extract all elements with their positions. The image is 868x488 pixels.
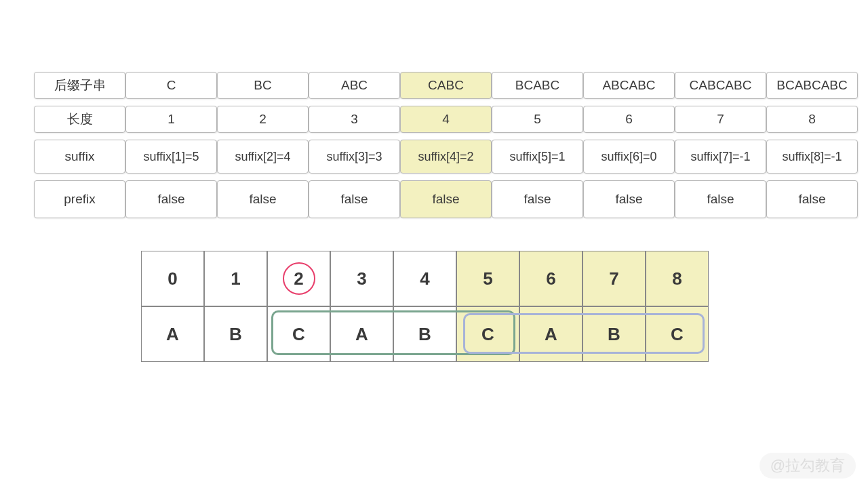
index-cell: 7 — [583, 251, 646, 306]
index-cell: 6 — [519, 251, 583, 306]
table-cell: ABCABC — [583, 72, 675, 99]
table-cell: CABC — [400, 72, 492, 99]
table-cell: false — [400, 180, 492, 218]
index-cell: 3 — [330, 251, 393, 306]
table-cell: BCABC — [492, 72, 583, 99]
table-cell: false — [583, 180, 675, 218]
suffix-prefix-table: 后缀子串CBCABCCABCBCABCABCABCCABCABCBCABCABC… — [34, 72, 858, 218]
row-label: prefix — [34, 180, 125, 218]
index-cell: 1 — [204, 251, 267, 306]
table-cell: suffix[8]=-1 — [766, 140, 858, 174]
table-cell: suffix[1]=5 — [125, 140, 217, 174]
table-cell: suffix[6]=0 — [583, 140, 675, 174]
row-label: suffix — [34, 140, 125, 174]
table-cell: false — [125, 180, 217, 218]
table-cell: 4 — [400, 106, 492, 133]
table-cell: suffix[5]=1 — [492, 140, 583, 174]
table-cell: 3 — [309, 106, 400, 133]
table-cell: 6 — [583, 106, 675, 133]
table-cell: suffix[7]=-1 — [675, 140, 766, 174]
watermark: @拉勾教育 — [760, 453, 856, 479]
row-label: 长度 — [34, 106, 125, 133]
table-cell: BCABCABC — [766, 72, 858, 99]
char-cell: C — [267, 306, 330, 362]
index-cell: 8 — [646, 251, 709, 306]
table-cell: false — [309, 180, 400, 218]
char-cell: C — [456, 306, 519, 362]
table-cell: BC — [217, 72, 309, 99]
char-cell: B — [204, 306, 267, 362]
char-cell: A — [330, 306, 393, 362]
char-cell: C — [646, 306, 709, 362]
table-cell: C — [125, 72, 217, 99]
table-cell: 7 — [675, 106, 766, 133]
lower-table-container: 012345678ABCABCABC — [141, 251, 709, 362]
table-cell: suffix[4]=2 — [400, 140, 492, 174]
index-cell: 5 — [456, 251, 519, 306]
table-cell: suffix[3]=3 — [309, 140, 400, 174]
index-cell: 4 — [393, 251, 456, 306]
table-cell: suffix[2]=4 — [217, 140, 309, 174]
char-cell: A — [519, 306, 583, 362]
table-cell: 5 — [492, 106, 583, 133]
table-cell: 8 — [766, 106, 858, 133]
index-cell: 2 — [267, 251, 330, 306]
index-string-table: 012345678ABCABCABC — [141, 251, 709, 362]
table-cell: 1 — [125, 106, 217, 133]
table-cell: false — [675, 180, 766, 218]
char-cell: A — [141, 306, 204, 362]
index-cell: 0 — [141, 251, 204, 306]
table-cell: false — [492, 180, 583, 218]
circle-highlight — [283, 262, 315, 295]
table-cell: false — [766, 180, 858, 218]
table-cell: false — [217, 180, 309, 218]
row-label: 后缀子串 — [34, 72, 125, 99]
upper-table-container: 后缀子串CBCABCCABCBCABCABCABCCABCABCBCABCABC… — [34, 72, 858, 218]
table-cell: 2 — [217, 106, 309, 133]
char-cell: B — [393, 306, 456, 362]
char-cell: B — [583, 306, 646, 362]
table-cell: CABCABC — [675, 72, 766, 99]
table-cell: ABC — [309, 72, 400, 99]
